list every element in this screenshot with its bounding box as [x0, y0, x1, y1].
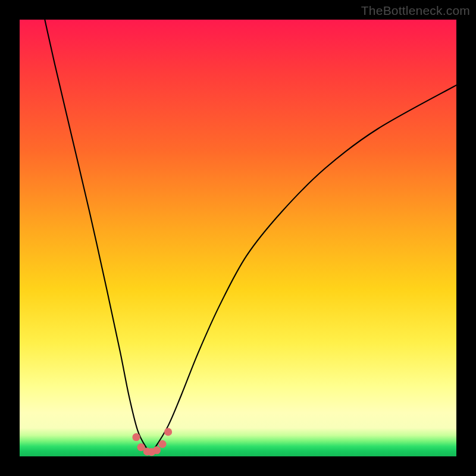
marker-dot	[132, 433, 140, 441]
bottleneck-curve	[20, 20, 456, 456]
marker-dot	[164, 428, 172, 436]
marker-dot	[158, 440, 166, 448]
plot-area	[20, 20, 456, 456]
watermark-text: TheBottleneck.com	[361, 4, 470, 18]
marker-dot	[153, 446, 161, 454]
curve-path	[37, 20, 456, 452]
chart-frame: TheBottleneck.com	[0, 0, 476, 476]
